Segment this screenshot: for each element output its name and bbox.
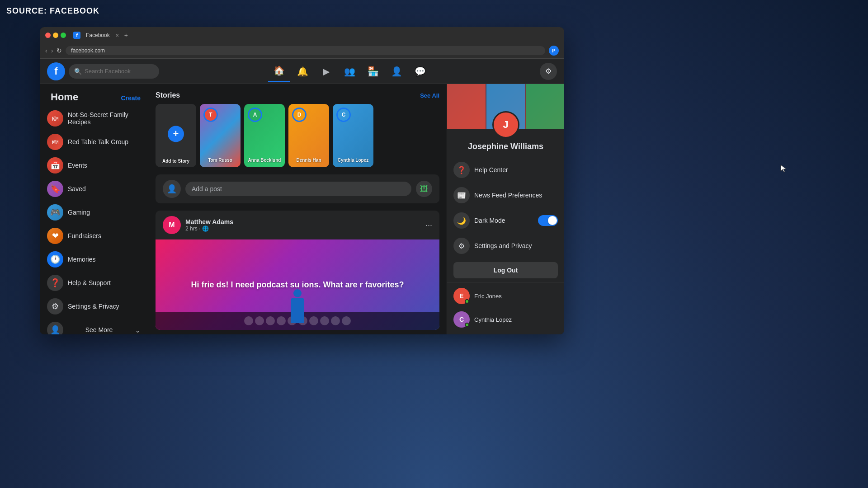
sidebar-item-memories[interactable]: 🕐 Memories: [43, 248, 144, 271]
notifications-nav-btn[interactable]: 🔔: [292, 61, 313, 82]
settings-privacy-label: Settings and Privacy: [474, 242, 532, 249]
menu-item-help-center[interactable]: ❓ Help Center: [447, 157, 564, 183]
right-panel: J Josephine Williams ❓ Help Center 📰 New…: [447, 84, 564, 334]
new-tab-btn[interactable]: +: [124, 32, 128, 39]
video-nav-btn[interactable]: ▶: [315, 61, 337, 82]
feed-post-matthew: M Matthew Adams 2 hrs · 🌐 ··· Hi frie ds…: [156, 211, 439, 330]
search-icon: 🔍: [74, 68, 82, 75]
create-btn[interactable]: Create: [121, 94, 141, 102]
post-image: Hi frie ds! I need podcast su ions. What…: [156, 239, 439, 330]
story-avatar-4: C: [336, 108, 351, 122]
search-bar[interactable]: 🔍: [69, 64, 159, 79]
home-nav-btn[interactable]: 🏠: [268, 61, 290, 82]
toggle-knob: [548, 216, 557, 225]
logout-btn[interactable]: Log Out: [453, 262, 558, 278]
post-more-btn[interactable]: ···: [425, 221, 432, 230]
refresh-btn[interactable]: ↻: [57, 47, 62, 54]
news-feed-prefs-label: News Feed Preferences: [474, 192, 542, 199]
settings-privacy-icon: ⚙: [453, 238, 470, 254]
menu-item-news-feed-prefs[interactable]: 📰 News Feed Preferences: [447, 183, 564, 208]
fundraisers-label: Fundraisers: [68, 232, 101, 239]
story-cynthia-lopez[interactable]: C Cynthia Lopez: [333, 104, 373, 167]
post-meta: 2 hrs · 🌐: [185, 225, 421, 232]
friend-item-cynthia-lopez[interactable]: C Cynthia Lopez: [447, 308, 564, 331]
red-table-label: Red Table Talk Group: [68, 138, 128, 145]
maximize-window-btn[interactable]: [61, 33, 66, 38]
profile-name: Josephine Williams: [454, 142, 557, 151]
sidebar-item-red-table[interactable]: 🍽 Red Table Talk Group: [43, 130, 144, 154]
facebook-logo[interactable]: f: [47, 62, 65, 80]
toggle-switch[interactable]: [538, 215, 558, 226]
address-field[interactable]: facebook.com: [66, 46, 545, 55]
dark-mode-toggle[interactable]: [538, 215, 558, 226]
browser-chrome: f Facebook ✕ +: [40, 27, 564, 43]
menu-item-settings-privacy[interactable]: ⚙ Settings and Privacy: [447, 233, 564, 258]
add-story-icon: +: [168, 126, 184, 142]
see-all-btn[interactable]: See All: [420, 92, 439, 99]
friend-item-anna-becklund[interactable]: A Anna Becklund: [447, 331, 564, 334]
messenger-nav-btn[interactable]: 💬: [409, 61, 431, 82]
sidebar-item-fundraisers[interactable]: ❤ Fundraisers: [43, 224, 144, 248]
groups-nav-btn[interactable]: 👤: [386, 61, 407, 82]
stories-title: Stories: [156, 91, 180, 99]
stories-row: + Add to Story T Tom Russo: [156, 104, 439, 167]
help-label: Help & Support: [68, 279, 111, 286]
sidebar-item-help[interactable]: ❓ Help & Support: [43, 271, 144, 295]
add-post-input[interactable]: Add a post: [185, 182, 411, 196]
stories-section: Stories See All + Add to Story T: [156, 91, 439, 167]
post-box: 👤 Add a post 🖼: [156, 174, 439, 203]
back-btn[interactable]: ‹: [45, 47, 47, 54]
menu-item-dark-mode[interactable]: 🌙 Dark Mode: [447, 208, 564, 233]
sidebar-item-events[interactable]: 📅 Events: [43, 154, 144, 177]
facebook-app: f 🔍 🏠 🔔 ▶ 👥 🏪 👤 💬 ⚙: [40, 59, 564, 334]
close-window-btn[interactable]: [45, 33, 51, 38]
post-user-name: Matthew Adams: [185, 218, 421, 225]
tab-title[interactable]: Facebook: [86, 32, 110, 38]
profile-initial: P: [552, 48, 555, 53]
sidebar-item-saved[interactable]: 🔖 Saved: [43, 177, 144, 201]
story-avatar-3: D: [292, 108, 307, 122]
online-indicator: [465, 323, 469, 327]
minimize-window-btn[interactable]: [53, 33, 58, 38]
forward-btn[interactable]: ›: [51, 47, 53, 54]
friend-avatar-cynthia: C: [453, 311, 470, 328]
browser-window: f Facebook ✕ + ‹ › ↻ facebook.com P f 🔍 …: [40, 27, 564, 334]
browser-profile-btn[interactable]: P: [549, 46, 559, 56]
friend-item-eric-jones[interactable]: E Eric Jones: [447, 284, 564, 308]
story-label-2: Anna Becklund: [244, 155, 285, 164]
add-story-label: Add to Story: [162, 159, 189, 164]
post-image-text: Hi frie ds! I need podcast su ions. What…: [182, 280, 413, 290]
source-label: SOURCE: FACEBOOK: [6, 6, 99, 16]
speaker-figure: [286, 289, 309, 330]
nav-right: ⚙: [540, 63, 557, 80]
saved-label: Saved: [68, 185, 86, 192]
address-bar-row: ‹ › ↻ facebook.com P: [40, 43, 564, 59]
tab-close-btn[interactable]: ✕: [115, 33, 119, 38]
story-dennis-han[interactable]: D Dennis Han: [288, 104, 329, 167]
story-tom-russo[interactable]: T Tom Russo: [200, 104, 241, 167]
sidebar-item-gaming[interactable]: 🎮 Gaming: [43, 201, 144, 224]
sidebar-item-see-more[interactable]: 👤 See More ⌄: [43, 318, 144, 334]
story-anna-becklund[interactable]: A Anna Becklund: [244, 104, 285, 167]
post-header: M Matthew Adams 2 hrs · 🌐 ···: [156, 211, 439, 239]
search-input[interactable]: [85, 68, 152, 75]
friends-nav-btn[interactable]: 👥: [339, 61, 360, 82]
favicon: f: [73, 32, 80, 39]
url-text: facebook.com: [71, 47, 105, 54]
post-box-avatar: 👤: [163, 180, 181, 198]
family-recipes-icon: 🍽: [47, 110, 63, 127]
news-feed-prefs-icon: 📰: [453, 187, 470, 203]
add-story-card[interactable]: + Add to Story: [156, 104, 196, 167]
post-photo-btn[interactable]: 🖼: [416, 181, 432, 197]
marketplace-nav-btn[interactable]: 🏪: [362, 61, 384, 82]
story-avatar-1: T: [203, 108, 218, 122]
sidebar-item-family-recipes[interactable]: 🍽 Not-So-Secret Family Recipes: [43, 107, 144, 130]
red-table-icon: 🍽: [47, 134, 63, 150]
sidebar-item-settings[interactable]: ⚙ Settings & Privacy: [43, 295, 144, 318]
events-label: Events: [68, 162, 87, 169]
friend-name-eric: Eric Jones: [474, 293, 502, 300]
gaming-label: Gaming: [68, 209, 90, 216]
friends-section: E Eric Jones C Cynthia Lopez A: [447, 282, 564, 334]
help-center-label: Help Center: [474, 166, 508, 174]
gear-btn[interactable]: ⚙: [540, 63, 557, 80]
